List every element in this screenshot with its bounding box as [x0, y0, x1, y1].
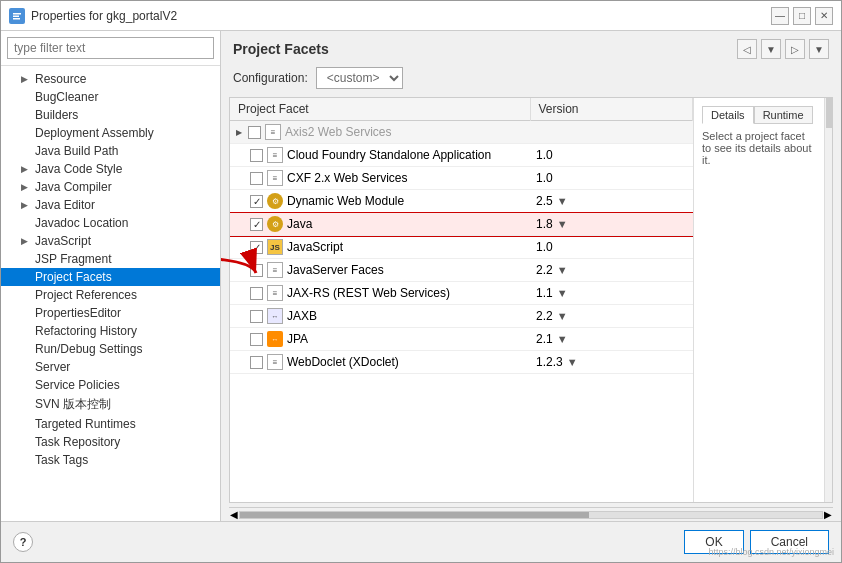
sidebar-item-project-facets[interactable]: Project Facets — [1, 268, 220, 286]
sidebar-item-refactoring-history[interactable]: Refactoring History — [1, 322, 220, 340]
sidebar-item-project-references[interactable]: Project References — [1, 286, 220, 304]
facet-doc-icon: ≡ — [267, 170, 283, 186]
sidebar-item-svn[interactable]: SVN 版本控制 — [1, 394, 220, 415]
sidebar-item-resource[interactable]: ▶ Resource — [1, 70, 220, 88]
version-text: 1.2.3 — [536, 355, 563, 369]
version-cell: 2.2 ▼ — [536, 309, 687, 323]
expand-arrow: ▶ — [21, 200, 31, 210]
maximize-button[interactable]: □ — [793, 7, 811, 25]
facet-checkbox[interactable] — [250, 333, 263, 346]
sidebar-item-targeted-runtimes[interactable]: Targeted Runtimes — [1, 415, 220, 433]
facet-cell: JS JavaScript — [230, 236, 530, 258]
dropdown-button[interactable]: ▼ — [761, 39, 781, 59]
facet-checkbox[interactable] — [250, 287, 263, 300]
facet-gear-icon: ⚙ — [267, 193, 283, 209]
facet-cell: ⚙ Java — [230, 213, 530, 235]
sidebar-item-label: Targeted Runtimes — [35, 417, 136, 431]
facet-version: 1.8 ▼ — [530, 213, 693, 236]
sidebar-item-deployment-assembly[interactable]: Deployment Assembly — [1, 124, 220, 142]
horizontal-scrollbar[interactable]: ◀ ▶ — [229, 507, 833, 521]
sidebar-item-properties-editor[interactable]: PropertiesEditor — [1, 304, 220, 322]
right-scrollbar[interactable] — [824, 98, 832, 502]
config-select[interactable]: <custom> — [316, 67, 403, 89]
sidebar-item-jsp-fragment[interactable]: JSP Fragment — [1, 250, 220, 268]
version-cell: 1.2.3 ▼ — [536, 355, 687, 369]
facets-container: Project Facet Version ▶ — [229, 97, 833, 503]
facet-label: Axis2 Web Services — [285, 125, 391, 139]
minimize-button[interactable]: — — [771, 7, 789, 25]
version-dropdown-icon[interactable]: ▼ — [557, 333, 568, 345]
facet-label: JPA — [287, 332, 308, 346]
facet-version: 2.2 ▼ — [530, 305, 693, 328]
sidebar-item-label: Service Policies — [35, 378, 120, 392]
facet-version: 1.1 ▼ — [530, 282, 693, 305]
expand-arrow: ▶ — [21, 74, 31, 84]
sidebar-item-service-policies[interactable]: Service Policies — [1, 376, 220, 394]
facet-checkbox[interactable] — [250, 310, 263, 323]
facet-cell: ⚙ Dynamic Web Module — [230, 190, 530, 212]
panel-header: Project Facets ◁ ▼ ▷ ▼ — [221, 31, 841, 63]
facet-checkbox[interactable] — [250, 218, 263, 231]
expand-arrow: ▶ — [21, 182, 31, 192]
sidebar-item-bugcleaner[interactable]: BugCleaner — [1, 88, 220, 106]
sidebar-item-java-compiler[interactable]: ▶ Java Compiler — [1, 178, 220, 196]
facet-checkbox[interactable] — [248, 126, 261, 139]
version-cell: 2.5 ▼ — [536, 194, 687, 208]
sidebar-item-java-build-path[interactable]: Java Build Path — [1, 142, 220, 160]
details-panel: Details Runtime Select a project facet t… — [694, 98, 824, 502]
scroll-left-button[interactable]: ◀ — [229, 509, 239, 520]
dialog-icon — [9, 8, 25, 24]
sidebar-item-java-code-style[interactable]: ▶ Java Code Style — [1, 160, 220, 178]
sidebar-item-label: JavaScript — [35, 234, 91, 248]
details-text: Select a project facet to see its detail… — [702, 130, 816, 166]
sidebar-item-task-repository[interactable]: Task Repository — [1, 433, 220, 451]
title-bar: Properties for gkg_portalV2 — □ ✕ — [1, 1, 841, 31]
help-button[interactable]: ? — [13, 532, 33, 552]
scroll-right-button[interactable]: ▶ — [823, 509, 833, 520]
panel-toolbar: ◁ ▼ ▷ ▼ — [737, 39, 829, 59]
version-dropdown-icon[interactable]: ▼ — [557, 287, 568, 299]
table-row: ↔ JPA 2.1 ▼ — [230, 328, 693, 351]
right-scroll-thumb[interactable] — [826, 98, 832, 128]
close-button[interactable]: ✕ — [815, 7, 833, 25]
tab-details[interactable]: Details — [702, 106, 754, 124]
sidebar-item-label: Task Repository — [35, 435, 120, 449]
version-text: 2.2 — [536, 309, 553, 323]
h-scroll-thumb[interactable] — [240, 512, 589, 518]
title-bar-left: Properties for gkg_portalV2 — [9, 8, 177, 24]
filter-input[interactable] — [7, 37, 214, 59]
version-dropdown-icon[interactable]: ▼ — [557, 195, 568, 207]
facet-checkbox[interactable] — [250, 149, 263, 162]
version-dropdown-icon[interactable]: ▼ — [567, 356, 578, 368]
sidebar-item-javascript[interactable]: ▶ JavaScript — [1, 232, 220, 250]
facet-checkbox[interactable] — [250, 241, 263, 254]
sidebar-item-label: Java Compiler — [35, 180, 112, 194]
sidebar-item-run-debug-settings[interactable]: Run/Debug Settings — [1, 340, 220, 358]
sidebar-item-server[interactable]: Server — [1, 358, 220, 376]
facet-checkbox[interactable] — [250, 356, 263, 369]
version-text: 2.2 — [536, 263, 553, 277]
sidebar-item-label: Project Facets — [35, 270, 112, 284]
dropdown2-button[interactable]: ▼ — [809, 39, 829, 59]
sidebar-item-java-editor[interactable]: ▶ Java Editor — [1, 196, 220, 214]
table-row: ⚙ Dynamic Web Module 2.5 ▼ — [230, 190, 693, 213]
sidebar-item-label: PropertiesEditor — [35, 306, 121, 320]
sidebar-item-builders[interactable]: Builders — [1, 106, 220, 124]
svg-rect-3 — [13, 18, 20, 20]
facet-version: 2.1 ▼ — [530, 328, 693, 351]
sidebar-item-javadoc-location[interactable]: Javadoc Location — [1, 214, 220, 232]
forward-button[interactable]: ▷ — [785, 39, 805, 59]
version-dropdown-icon[interactable]: ▼ — [557, 310, 568, 322]
facet-checkbox[interactable] — [250, 264, 263, 277]
version-cell: 2.1 ▼ — [536, 332, 687, 346]
version-dropdown-icon[interactable]: ▼ — [557, 264, 568, 276]
facet-cell: ≡ WebDoclet (XDoclet) — [230, 351, 530, 373]
back-button[interactable]: ◁ — [737, 39, 757, 59]
tab-runtime[interactable]: Runtime — [754, 106, 813, 124]
facet-checkbox[interactable] — [250, 195, 263, 208]
sidebar-item-label: Deployment Assembly — [35, 126, 154, 140]
sidebar-item-task-tags[interactable]: Task Tags — [1, 451, 220, 469]
h-scroll-track[interactable] — [239, 511, 823, 519]
facet-checkbox[interactable] — [250, 172, 263, 185]
version-dropdown-icon[interactable]: ▼ — [557, 218, 568, 230]
